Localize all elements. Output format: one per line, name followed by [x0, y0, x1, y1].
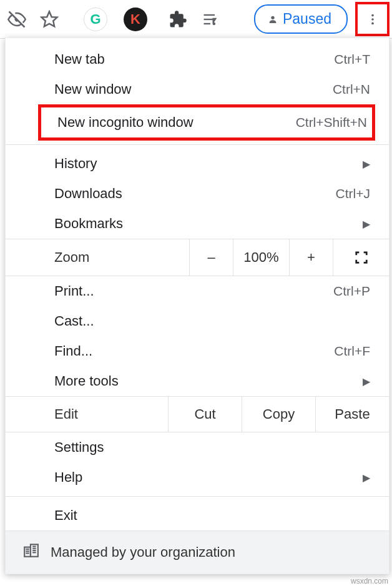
menu-label: Bookmarks — [54, 216, 123, 232]
zoom-out-button[interactable]: – — [189, 239, 233, 276]
k-extension-icon[interactable]: K — [124, 7, 147, 31]
highlight-new-incognito: New incognito window Ctrl+Shift+N — [38, 104, 375, 141]
paste-button[interactable]: Paste — [315, 397, 389, 432]
menu-label: Exit — [54, 507, 77, 524]
chevron-right-icon: ▶ — [363, 376, 370, 387]
menu-help[interactable]: Help ▶ — [6, 462, 389, 492]
eye-off-icon[interactable] — [2, 5, 31, 34]
star-icon[interactable] — [35, 5, 64, 34]
menu-group: History ▶ Downloads Ctrl+J Bookmarks ▶ — [6, 149, 389, 239]
menu-label: Help — [54, 469, 82, 486]
person-icon — [268, 14, 278, 24]
more-menu-button[interactable] — [361, 7, 385, 31]
svg-point-6 — [371, 18, 374, 21]
organization-icon — [23, 542, 39, 562]
menu-find[interactable]: Find... Ctrl+F — [6, 336, 389, 366]
watermark-text: wsxdn.com — [351, 577, 388, 586]
shortcut-text: Ctrl+T — [334, 52, 370, 67]
chevron-right-icon: ▶ — [363, 158, 370, 170]
menu-label: Find... — [54, 343, 92, 359]
edit-label: Edit — [6, 397, 168, 431]
menu-more-tools[interactable]: More tools ▶ — [6, 366, 389, 396]
menu-downloads[interactable]: Downloads Ctrl+J — [6, 179, 389, 209]
svg-marker-0 — [42, 11, 57, 26]
fullscreen-icon — [355, 251, 368, 264]
menu-label: Downloads — [54, 186, 122, 202]
shortcut-text: Ctrl+P — [333, 284, 370, 299]
menu-label: New incognito window — [57, 114, 194, 131]
menu-label: Settings — [54, 439, 104, 456]
grammarly-extension-icon[interactable]: G — [84, 7, 107, 31]
menu-label: More tools — [54, 373, 119, 389]
shortcut-text: Ctrl+Shift+N — [296, 115, 367, 130]
menu-new-window[interactable]: New window Ctrl+N — [6, 74, 389, 104]
svg-point-7 — [371, 22, 374, 24]
vertical-dots-icon — [366, 12, 380, 26]
browser-toolbar: G K Paused — [0, 0, 392, 39]
menu-history[interactable]: History ▶ — [6, 149, 389, 179]
chevron-right-icon: ▶ — [363, 218, 370, 230]
highlight-menu-button — [355, 2, 390, 36]
svg-point-4 — [271, 16, 274, 19]
extensions-puzzle-icon[interactable] — [164, 5, 192, 34]
zoom-in-button[interactable]: + — [289, 239, 333, 276]
menu-exit[interactable]: Exit — [6, 501, 389, 531]
chevron-right-icon: ▶ — [363, 472, 370, 484]
zoom-value: 100% — [233, 239, 289, 276]
menu-label: New tab — [54, 51, 105, 67]
shortcut-text: Ctrl+F — [334, 344, 370, 359]
copy-button[interactable]: Copy — [242, 397, 315, 432]
media-control-icon[interactable] — [196, 5, 225, 34]
fullscreen-button[interactable] — [333, 239, 389, 276]
zoom-label: Zoom — [6, 241, 189, 274]
menu-label: Print... — [54, 283, 94, 299]
managed-label: Managed by your organization — [51, 544, 235, 561]
menu-bookmarks[interactable]: Bookmarks ▶ — [6, 209, 389, 239]
menu-group: Settings Help ▶ — [6, 432, 389, 492]
menu-cast[interactable]: Cast... — [6, 306, 389, 336]
menu-label: History — [54, 156, 97, 172]
shortcut-text: Ctrl+N — [333, 82, 370, 97]
menu-edit-row: Edit Cut Copy Paste — [6, 396, 389, 432]
menu-divider — [6, 144, 389, 145]
chrome-main-menu: New tab Ctrl+T New window Ctrl+N New inc… — [5, 37, 390, 574]
menu-group: Print... Ctrl+P Cast... Find... Ctrl+F M… — [6, 276, 389, 396]
profile-paused-chip[interactable]: Paused — [254, 4, 348, 34]
menu-label: New window — [54, 81, 132, 97]
menu-label: Cast... — [54, 313, 94, 329]
menu-new-incognito[interactable]: New incognito window Ctrl+Shift+N — [41, 107, 372, 137]
menu-zoom-row: Zoom – 100% + — [6, 239, 389, 276]
cut-button[interactable]: Cut — [168, 397, 242, 432]
menu-settings[interactable]: Settings — [6, 432, 389, 462]
shortcut-text: Ctrl+J — [336, 186, 370, 201]
paused-label: Paused — [283, 11, 331, 27]
menu-divider — [6, 496, 389, 497]
menu-print[interactable]: Print... Ctrl+P — [6, 276, 389, 306]
svg-point-5 — [371, 14, 374, 16]
menu-new-tab[interactable]: New tab Ctrl+T — [6, 44, 389, 74]
managed-by-org-row[interactable]: Managed by your organization — [6, 531, 389, 574]
